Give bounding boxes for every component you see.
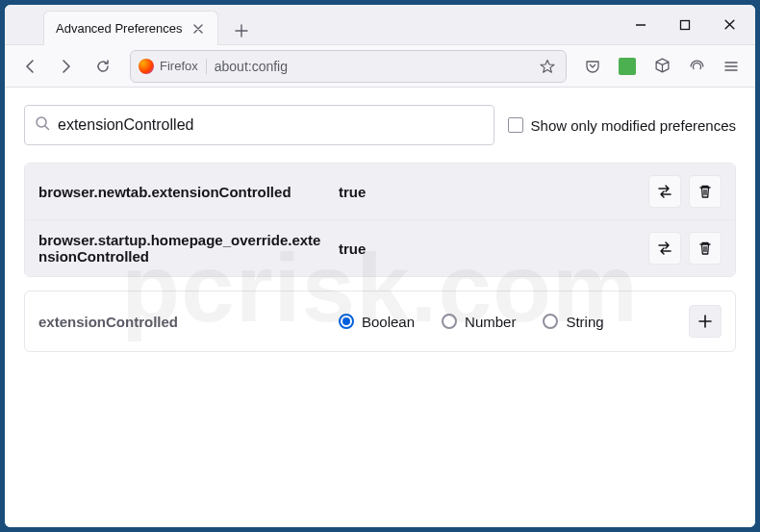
- inbox-icon[interactable]: [647, 52, 676, 81]
- preference-list: browser.newtab.extensionControlled true …: [24, 163, 736, 277]
- checkbox-icon: [508, 117, 523, 133]
- pocket-icon[interactable]: [578, 52, 607, 81]
- radio-icon: [442, 314, 457, 329]
- toggle-button[interactable]: [648, 232, 681, 265]
- radio-boolean[interactable]: Boolean: [339, 314, 415, 330]
- preference-row: browser.startup.homepage_override.extens…: [25, 219, 735, 276]
- window-controls: [619, 7, 751, 43]
- type-radio-group: Boolean Number String: [339, 314, 677, 330]
- preference-row: browser.newtab.extensionControlled true: [25, 164, 735, 219]
- tab-title: Advanced Preferences: [56, 21, 183, 36]
- radio-icon: [339, 314, 354, 329]
- url-bar[interactable]: Firefox about:config: [130, 50, 567, 83]
- browser-window: Advanced Preferences: [5, 5, 755, 527]
- back-button[interactable]: [14, 51, 45, 82]
- delete-button[interactable]: [689, 232, 722, 265]
- title-bar: Advanced Preferences: [5, 5, 755, 45]
- svg-rect-0: [681, 20, 690, 29]
- show-modified-label: Show only modified preferences: [531, 117, 736, 134]
- radio-icon: [543, 314, 558, 329]
- content-area: Show only modified preferences browser.n…: [5, 88, 755, 527]
- preference-value: true: [339, 241, 637, 257]
- preference-actions: [648, 175, 722, 208]
- search-row: Show only modified preferences: [24, 105, 736, 145]
- firefox-logo-icon: [139, 59, 154, 74]
- url-text[interactable]: about:config: [215, 59, 529, 74]
- app-menu-icon[interactable]: [717, 52, 746, 81]
- bookmark-star-icon[interactable]: [537, 56, 558, 77]
- show-modified-checkbox[interactable]: Show only modified preferences: [508, 117, 736, 134]
- window-close-button[interactable]: [707, 7, 751, 43]
- tab-strip: Advanced Preferences: [5, 5, 619, 44]
- reload-button[interactable]: [88, 51, 118, 82]
- identity-box[interactable]: Firefox: [139, 59, 207, 74]
- radio-number[interactable]: Number: [442, 314, 516, 330]
- new-preference-name: extensionControlled: [38, 314, 327, 330]
- add-preference-button[interactable]: [689, 305, 722, 338]
- close-tab-icon[interactable]: [190, 21, 206, 37]
- preference-value: true: [339, 184, 637, 200]
- toggle-button[interactable]: [648, 175, 681, 208]
- radio-label: Number: [465, 314, 516, 330]
- new-preference-row: extensionControlled Boolean Number Strin…: [24, 291, 736, 352]
- radio-label: String: [566, 314, 603, 330]
- search-icon: [35, 115, 50, 135]
- toolbar-icons: [578, 52, 746, 81]
- delete-button[interactable]: [689, 175, 722, 208]
- search-input[interactable]: [58, 116, 484, 134]
- extension-icon[interactable]: [613, 52, 642, 81]
- forward-button[interactable]: [51, 51, 82, 82]
- preference-name: browser.newtab.extensionControlled: [38, 184, 327, 200]
- preference-name: browser.startup.homepage_override.extens…: [38, 232, 327, 265]
- identity-label: Firefox: [160, 59, 198, 73]
- shield-icon[interactable]: [682, 52, 711, 81]
- preference-actions: [648, 232, 722, 265]
- minimize-button[interactable]: [619, 7, 663, 43]
- navigation-toolbar: Firefox about:config: [5, 45, 755, 88]
- search-box[interactable]: [24, 105, 494, 145]
- radio-string[interactable]: String: [543, 314, 603, 330]
- radio-label: Boolean: [362, 314, 415, 330]
- new-tab-button[interactable]: [228, 17, 255, 44]
- maximize-button[interactable]: [663, 7, 707, 43]
- tab-active[interactable]: Advanced Preferences: [43, 11, 218, 45]
